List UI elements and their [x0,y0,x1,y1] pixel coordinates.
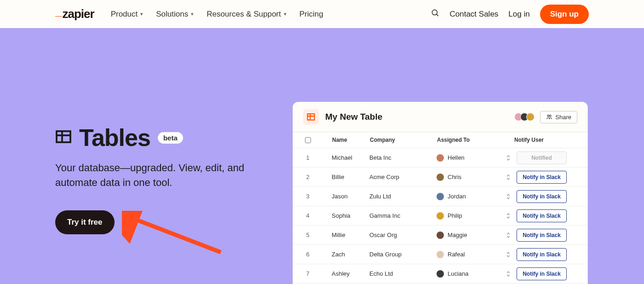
nav-pricing[interactable]: Pricing [299,10,323,19]
cell-company: Echo Ltd [369,270,437,277]
avatar [437,212,444,220]
notify-in-slack-button[interactable]: Notify in Slack [517,248,567,261]
nav-product[interactable]: Product ▾ [111,10,144,19]
share-label: Share [555,114,571,121]
sort-icon[interactable] [506,193,514,200]
table-columns-header: Name Company Assigned To Notify User [293,132,587,148]
avatar [526,113,535,121]
cell-assigned: Chris [437,174,506,181]
table-row: 2BillieAcme CorpChrisNotify in Slack [293,168,587,187]
nav-solutions[interactable]: Solutions ▾ [156,10,194,19]
hero-subtitle: Your database—upgraded. View, edit, and … [55,161,248,190]
table-row: 5MillieOscar OrgMaggieNotify in Slack [293,226,587,245]
cell-name: Sophia [316,212,369,219]
assigned-name: Hellen [448,154,465,161]
nav-pricing-label: Pricing [299,10,323,19]
cell-name: Billie [316,174,369,180]
cell-company: Oscar Org [369,232,437,238]
notify-in-slack-button[interactable]: Notify in Slack [517,267,567,280]
table-body: 1MichaelBeta IncHellenNotified2BillieAcm… [293,148,587,284]
cell-name: Ashley [316,270,369,277]
assigned-name: Luciana [448,270,469,277]
sort-icon[interactable] [506,271,514,277]
assigned-name: Chris [448,174,461,180]
column-company: Company [370,137,437,143]
cell-notify: Notified [514,151,574,164]
cell-name: Millie [316,232,369,238]
table-row: 4SophiaGamma IncPhilipNotify in Slack [293,206,587,226]
avatar [437,193,444,200]
beta-badge: beta [158,132,183,144]
cell-company: Gamma Inc [369,212,437,219]
table-row: 1MichaelBeta IncHellenNotified [293,148,587,168]
share-button[interactable]: Share [540,111,577,123]
hero-title: Tables [79,124,150,151]
row-number: 1 [299,154,316,161]
notify-in-slack-button[interactable]: Notify in Slack [517,171,567,184]
assigned-name: Philip [448,212,462,219]
nav-right: Contact Sales Log in Sign up [431,5,589,24]
cell-assigned: Rafeal [437,251,506,258]
select-all-checkbox[interactable] [299,137,316,143]
cell-notify: Notify in Slack [514,190,574,203]
cell-assigned: Luciana [437,270,506,278]
zapier-logo[interactable]: _ zapier [55,7,94,21]
table-title: My New Table [325,112,382,122]
cell-notify: Notify in Slack [514,248,574,261]
nav-resources-label: Resources & Support [207,10,281,19]
svg-point-10 [550,115,552,117]
table-row: 7AshleyEcho LtdLucianaNotify in Slack [293,264,587,284]
try-it-free-button[interactable]: Try it free [55,210,115,234]
sort-icon[interactable] [506,174,514,180]
assigned-name: Maggie [448,232,467,238]
column-assigned: Assigned To [437,137,514,143]
assigned-name: Jordan [448,193,466,200]
cell-company: Acme Corp [369,174,437,180]
notify-in-slack-button[interactable]: Notify in Slack [517,229,567,242]
table-row: 3JasonZulu LtdJordanNotify in Slack [293,187,587,206]
row-number: 7 [299,270,316,277]
hero-title-row: Tables beta [55,124,285,151]
sort-icon[interactable] [506,213,514,219]
notify-in-slack-button[interactable]: Notify in Slack [517,190,567,203]
assigned-name: Rafeal [448,251,465,258]
sort-icon[interactable] [506,232,514,238]
row-number: 5 [299,232,316,238]
search-icon[interactable] [431,9,440,19]
sort-icon[interactable] [506,251,514,258]
logo-text: zapier [62,7,94,21]
login-link[interactable]: Log in [508,10,529,19]
avatar-stack [514,113,535,121]
nav-resources[interactable]: Resources & Support ▾ [207,10,287,19]
column-name: Name [316,137,370,143]
signup-button[interactable]: Sign up [540,5,589,24]
cell-notify: Notify in Slack [514,229,574,242]
nav-links: Product ▾ Solutions ▾ Resources & Suppor… [111,10,323,19]
svg-line-1 [436,14,438,16]
sort-icon[interactable] [506,155,514,161]
table-badge-icon [303,109,319,125]
cell-assigned: Philip [437,212,506,220]
cell-assigned: Jordan [437,193,506,200]
notified-button: Notified [517,151,567,164]
hero-content: Tables beta Your database—upgraded. View… [55,74,285,284]
cell-name: Zach [316,251,369,258]
people-icon [546,114,552,120]
chevron-down-icon: ▾ [140,11,143,17]
svg-point-0 [432,10,437,15]
navbar: _ zapier Product ▾ Solutions ▾ Resources… [0,0,644,28]
logo-underscore-icon: _ [55,4,61,18]
cell-assigned: Hellen [437,154,506,162]
svg-rect-6 [308,114,315,120]
notify-in-slack-button[interactable]: Notify in Slack [517,209,567,222]
cell-notify: Notify in Slack [514,171,574,184]
table-preview-card: My New Table Share Name Company Assigned… [293,102,588,284]
contact-sales-link[interactable]: Contact Sales [450,10,499,19]
table-header-right: Share [514,111,577,123]
table-header: My New Table Share [293,102,587,132]
avatar [437,251,444,258]
nav-solutions-label: Solutions [156,10,188,19]
avatar [437,232,444,239]
chevron-down-icon: ▾ [191,11,194,17]
avatar [437,154,444,162]
